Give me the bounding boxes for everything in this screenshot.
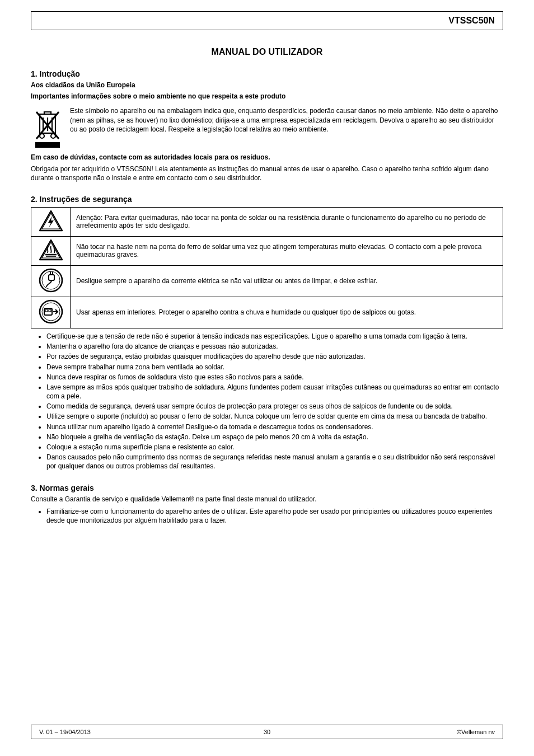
manual-title: MANUAL DO UTILIZADOR <box>31 47 503 57</box>
env-notice: Importantes informações sobre o meio amb… <box>31 92 285 100</box>
safety-text-electric: Atenção: Para evitar queimaduras, não to… <box>71 207 503 236</box>
weee-block: Este símbolo no aparelho ou na embalagem… <box>31 104 503 151</box>
weee-icon-cell <box>31 104 64 151</box>
section-intro-heading: 1. Introdução <box>31 69 503 78</box>
list-item: Certifique-se que a tensão de rede não é… <box>46 332 503 341</box>
safety-text-indoor: Usar apenas em interiores. Proteger o ap… <box>71 297 503 328</box>
safety-text-unplug: Desligue sempre o aparelho da corrente e… <box>71 265 503 297</box>
safety-row-electric: Atenção: Para evitar queimaduras, não to… <box>31 207 503 236</box>
list-item: Familiarize-se com o funcionamento do ap… <box>46 507 503 525</box>
page-footer: V. 01 – 19/04/2013 30 ©Velleman nv <box>31 725 503 739</box>
safety-row-unplug: Desligue sempre o aparelho da corrente e… <box>31 265 503 297</box>
page-container: VTSSC50N MANUAL DO UTILIZADOR 1. Introdu… <box>0 0 534 756</box>
indoor-use-icon <box>31 297 71 328</box>
intro-subheading: Aos cidadãos da União Europeia <box>31 81 135 89</box>
general-ref: Consulte a Garantia de serviço e qualida… <box>31 495 503 504</box>
footer-copyright: ©Velleman nv <box>457 729 495 735</box>
list-item: Coloque a estação numa superfície plana … <box>46 443 503 452</box>
footer-date: V. 01 – 19/04/2013 <box>39 729 91 735</box>
section-safety-heading: 2. Instruções de segurança <box>31 195 503 204</box>
list-item: Mantenha o aparelho fora do alcance de c… <box>46 342 503 351</box>
caution-hot-surface-icon <box>31 236 71 265</box>
list-item: Danos causados pelo não cumprimento das … <box>46 453 503 471</box>
list-item: Como medida de segurança, deverá usar se… <box>46 402 503 411</box>
list-item: Por razões de segurança, estão proibidas… <box>46 352 503 361</box>
list-item: Lave sempre as mãos após qualquer trabal… <box>46 383 503 401</box>
section-general-heading: 3. Normas gerais <box>31 483 503 492</box>
weee-text: Este símbolo no aparelho ou na embalagem… <box>70 104 503 151</box>
svg-rect-25 <box>45 309 48 312</box>
weee-bin-icon <box>34 110 61 151</box>
svg-rect-10 <box>35 142 60 148</box>
safety-row-indoor: Usar apenas em interiores. Proteger o ap… <box>31 297 503 328</box>
list-item: Nunca deve respirar os fumos de soldadur… <box>46 373 503 382</box>
list-item: Não bloqueie a grelha de ventilação da e… <box>46 433 503 442</box>
list-item: Nunca utilizar num aparelho ligado à cor… <box>46 422 503 431</box>
general-bullets: Familiarize-se com o funcionamento do ap… <box>31 507 503 525</box>
safety-row-hot: Não tocar na haste nem na ponta do ferro… <box>31 236 503 265</box>
list-item: Utilize sempre o suporte (incluído) ao p… <box>46 412 503 421</box>
safety-table: Atenção: Para evitar queimaduras, não to… <box>31 207 503 328</box>
unplug-icon <box>31 265 71 297</box>
weee-paragraph-2: Em caso de dúvidas, contacte com as auto… <box>31 153 270 161</box>
svg-rect-26 <box>49 309 51 312</box>
page-header: VTSSC50N <box>31 11 503 30</box>
list-item: Deve sempre trabalhar numa zona bem vent… <box>46 363 503 372</box>
thanks-paragraph: Obrigada por ter adquirido o VTSSC50N! L… <box>31 165 503 182</box>
svg-rect-19 <box>49 275 54 280</box>
weee-paragraph-1: Este símbolo no aparelho ou na embalagem… <box>70 106 503 134</box>
product-code: VTSSC50N <box>448 16 495 26</box>
caution-electric-icon <box>31 207 71 236</box>
footer-page: 30 <box>264 729 270 735</box>
safety-bullets: Certifique-se que a tensão de rede não é… <box>31 332 503 471</box>
safety-text-hot: Não tocar na haste nem na ponta do ferro… <box>71 236 503 265</box>
